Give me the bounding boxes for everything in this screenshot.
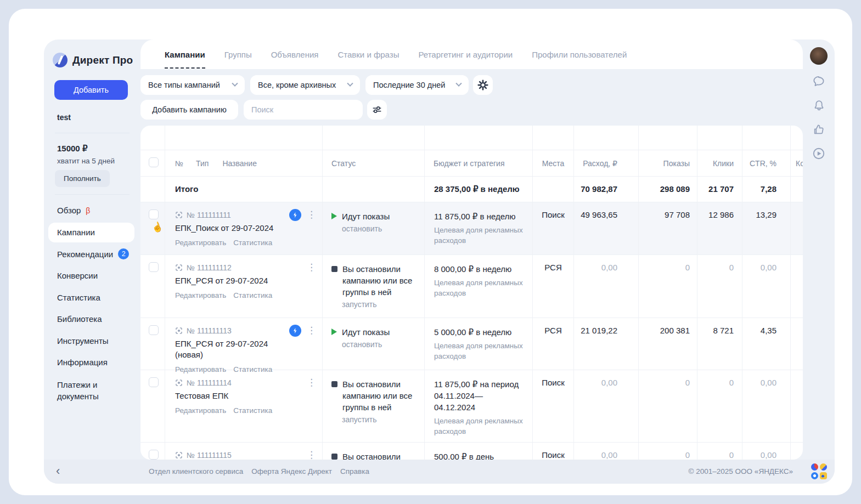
row-checkbox[interactable] — [149, 325, 159, 335]
col-places[interactable]: Места — [533, 150, 574, 176]
collapse-sidebar-icon[interactable]: ‹ — [56, 464, 60, 478]
search-input[interactable] — [244, 100, 363, 120]
row-menu-icon[interactable]: ⋮ — [307, 325, 316, 336]
budget-value: 500,00 ₽ в день — [425, 443, 532, 460]
footer-link-offer[interactable]: Оферта Яндекс Директ — [251, 467, 332, 475]
campaign-name[interactable]: ЕПК_РСЯ от 29-07-2024 — [165, 272, 322, 286]
select-all-checkbox[interactable] — [149, 157, 159, 167]
app-window: Директ Про Добавить test 15000 ₽ хватит … — [0, 0, 861, 504]
col-conversions[interactable]: Ко — [791, 150, 803, 176]
row-menu-icon[interactable]: ⋮ — [307, 377, 316, 388]
tab-groups[interactable]: Группы — [224, 39, 252, 69]
tab-retargeting[interactable]: Ретаргетинг и аудитории — [418, 39, 513, 69]
table-row[interactable]: № 111111115 ⋮ Вы остановили кампанию или… — [140, 443, 803, 460]
clicks-value: 8 721 — [697, 318, 742, 370]
edit-link[interactable]: Редактировать — [175, 291, 226, 299]
col-budget[interactable]: Бюджет и стратегия — [425, 150, 533, 176]
budget-value: 11 875,00 ₽ на период 04.11.2024— 04.12.… — [425, 370, 532, 413]
avatar[interactable] — [810, 47, 828, 65]
logo-text: Директ Про — [72, 54, 133, 66]
table-row[interactable]: № 111111112 ЕПК_РСЯ от 29-07-2024 Редакт… — [140, 255, 803, 318]
tab-campaigns[interactable]: Кампании — [165, 39, 205, 69]
col-status[interactable]: Статус — [323, 150, 425, 176]
like-button[interactable] — [811, 122, 826, 137]
tab-user-profiles[interactable]: Профили пользователей — [532, 39, 627, 69]
col-name[interactable]: Название — [222, 159, 257, 176]
logo[interactable]: Директ Про — [53, 53, 133, 67]
sidebar-item-recommendations[interactable]: Рекомендации2 — [44, 243, 140, 265]
sidebar-item-information[interactable]: Информация — [44, 352, 140, 373]
status-action-link[interactable]: остановить — [323, 222, 424, 233]
sidebar-item-conversions[interactable]: Конверсии — [44, 265, 140, 287]
edit-link[interactable]: Редактировать — [175, 406, 226, 415]
settings-button[interactable] — [473, 75, 493, 95]
chat-button[interactable] — [811, 73, 826, 89]
status-action-link[interactable]: остановить — [323, 338, 424, 349]
status-action-link[interactable]: запустить — [323, 413, 424, 424]
col-number[interactable]: № — [175, 159, 183, 176]
topup-button[interactable]: Пополнить — [55, 170, 110, 187]
notifications-button[interactable] — [811, 98, 826, 113]
places-value: Поиск — [533, 202, 574, 254]
table-row[interactable]: № 111111114 Тестовая ЕПК Редактировать С… — [140, 370, 803, 443]
edit-link[interactable]: Редактировать — [175, 239, 226, 247]
balance-note: хватит на 5 дней — [57, 157, 115, 165]
advanced-filters-button[interactable] — [367, 100, 387, 120]
footer-link-support[interactable]: Отдел клиентского сервиса — [149, 467, 243, 475]
col-ctr[interactable]: CTR, % — [742, 150, 791, 176]
row-menu-icon[interactable]: ⋮ — [307, 262, 316, 273]
footer-link-help[interactable]: Справка — [340, 467, 369, 475]
sidebar-item-tools[interactable]: Инструменты — [44, 330, 140, 352]
beta-badge: β — [86, 206, 90, 215]
sidebar-item-overview[interactable]: Обзорβ — [44, 200, 140, 222]
stats-link[interactable]: Статистика — [233, 239, 272, 247]
campaign-type-filter[interactable]: Все типы кампаний — [140, 75, 245, 95]
divider — [55, 194, 130, 195]
play-button[interactable] — [811, 146, 826, 161]
status-text: Идут показы — [342, 326, 390, 338]
chevron-down-icon — [232, 81, 238, 87]
chat-icon — [812, 74, 826, 88]
sidebar-item-campaigns[interactable]: Кампании — [48, 223, 134, 242]
col-shows[interactable]: Показы — [639, 150, 697, 176]
row-menu-icon[interactable]: ⋮ — [307, 209, 316, 220]
status-action-link[interactable]: запустить — [323, 298, 424, 309]
row-checkbox[interactable] — [149, 209, 159, 219]
stats-link[interactable]: Статистика — [233, 406, 272, 415]
tab-ads[interactable]: Объявления — [271, 39, 319, 69]
shows-value: 97 708 — [639, 202, 697, 254]
campaign-name[interactable]: ЕПК_Поиск от 29-07-2024 — [165, 219, 322, 234]
sidebar-item-library[interactable]: Библиотека — [44, 308, 140, 330]
table-row[interactable]: ☝ № 111111111 ЕПК_Поиск от 29-07-2024 Ре… — [140, 202, 803, 255]
col-clicks[interactable]: Клики — [697, 150, 742, 176]
row-checkbox[interactable] — [149, 262, 159, 272]
table-row[interactable]: № 111111113 ЕПК_РСЯ от 29-07-2024 (новая… — [140, 318, 803, 370]
col-cost[interactable]: Расход, ₽ — [574, 150, 639, 176]
service-icons[interactable] — [811, 463, 827, 479]
campaign-number: № 111111111 — [187, 211, 231, 219]
footer: ‹ Отдел клиентского сервиса Оферта Яндек… — [44, 460, 835, 484]
ctr-value: 0,00 — [742, 443, 791, 460]
campaign-type-icon — [175, 327, 183, 335]
campaign-type-icon — [175, 379, 183, 387]
add-campaign-button[interactable]: Добавить кампанию — [140, 100, 238, 120]
sidebar-item-statistics[interactable]: Статистика — [44, 287, 140, 309]
campaign-name[interactable]: Тестовая ЕПК — [165, 387, 322, 401]
sidebar-item-payments[interactable]: Платежи и документы — [44, 373, 140, 407]
tab-bids-phrases[interactable]: Ставки и фразы — [337, 39, 399, 69]
places-value: Поиск — [533, 370, 574, 442]
thumbs-up-icon — [812, 123, 826, 137]
campaign-number: № 111111115 — [187, 451, 232, 460]
chevron-down-icon — [347, 81, 353, 87]
row-checkbox[interactable] — [149, 377, 159, 387]
row-menu-icon[interactable]: ⋮ — [307, 450, 316, 460]
period-filter[interactable]: Последние 30 дней — [365, 75, 469, 95]
stats-link[interactable]: Статистика — [233, 291, 272, 299]
row-checkbox[interactable] — [149, 450, 159, 460]
account-name[interactable]: test — [57, 113, 71, 122]
campaign-name[interactable]: ЕПК_РСЯ от 29-07-2024 (новая) — [165, 335, 322, 360]
col-type[interactable]: Тип — [196, 159, 209, 176]
archive-filter[interactable]: Все, кроме архивных — [250, 75, 360, 95]
totals-shows: 298 089 — [639, 177, 697, 202]
add-button[interactable]: Добавить — [54, 80, 128, 100]
